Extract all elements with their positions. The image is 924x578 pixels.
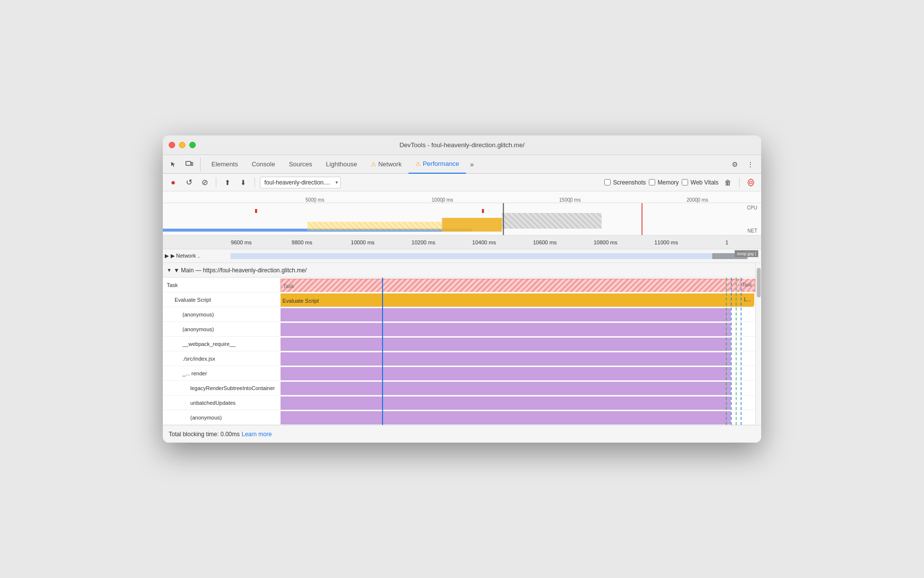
scrollbar-thumb[interactable] (757, 268, 761, 297)
time-10400: 10400 ms (454, 239, 514, 245)
flame-row-legacy[interactable]: legacyRenderSubtreeIntoContainer (163, 381, 755, 395)
tab-network[interactable]: ⚠ Network (364, 155, 409, 174)
flame-row-srcindex[interactable]: ./src/index.jsx (163, 351, 755, 366)
dashed-marker-blue-1 (731, 278, 732, 425)
flame-bar-col-unbatched (281, 395, 755, 410)
main-collapse-button[interactable]: ▼ (167, 267, 172, 273)
net-label: NET (747, 228, 757, 234)
svg-rect-7 (308, 222, 442, 231)
svg-rect-6 (482, 209, 484, 213)
learn-more-link[interactable]: Learn more (242, 431, 272, 438)
time-10000: 10000 ms (333, 239, 393, 245)
svg-rect-1 (191, 162, 193, 165)
render-bar (281, 367, 731, 380)
time-10200: 10200 ms (393, 239, 454, 245)
flame-row-render[interactable]: _... render (163, 366, 755, 381)
clear-button[interactable]: ⊘ (198, 176, 211, 189)
toolbar-separator-1 (216, 178, 216, 187)
time-9800: 9800 ms (272, 239, 333, 245)
svg-rect-14 (231, 253, 747, 259)
more-options-icon[interactable]: ⋮ (744, 158, 757, 171)
toolbar-separator-3 (739, 178, 740, 187)
flame-row-evaluate[interactable]: Evaluate Script Evaluate Script L... (163, 292, 755, 307)
delete-recording-button[interactable]: 🗑 (721, 176, 734, 189)
flame-label-render: _... render (163, 370, 281, 376)
traffic-lights (169, 142, 196, 148)
download-button[interactable]: ⬇ (237, 176, 250, 189)
tab-overflow-button[interactable]: » (466, 160, 478, 168)
blocking-time-text: Total blocking time: 0.00ms (169, 431, 240, 438)
time-9600: 9600 ms (211, 239, 272, 245)
vertical-scrollbar[interactable] (755, 263, 761, 425)
flame-row-anon-2[interactable]: (anonymous) (163, 322, 755, 337)
devtools-window: DevTools - foul-heavenly-direction.glitc… (163, 135, 761, 443)
memory-checkbox-label[interactable]: Memory (649, 179, 679, 186)
close-button[interactable] (169, 142, 175, 148)
flame-label-unbatched: unbatchedUpdates (163, 400, 281, 406)
task-bar: Task (281, 279, 755, 292)
dashed-marker-green-2 (736, 278, 737, 425)
settings-icon[interactable]: ⚙ (728, 158, 742, 171)
flame-bar-col-evaluate: Evaluate Script L... (281, 292, 755, 307)
flame-chart: Task Task Task Evaluate Script (163, 278, 755, 425)
toolbar: ● ↺ ⊘ ⬆ ⬇ foul-heavenly-direction.... Sc… (163, 174, 761, 191)
memory-checkbox[interactable] (649, 179, 655, 185)
task-bar-label: Task (283, 283, 294, 289)
screenshots-checkbox[interactable] (604, 179, 611, 185)
ruler-mark-20000: 20000 ms (634, 197, 761, 203)
reload-button[interactable]: ↺ (182, 176, 195, 189)
tab-console[interactable]: Console (245, 155, 282, 174)
network-warning-icon: ⚠ (371, 161, 376, 168)
svg-rect-9 (642, 203, 642, 236)
flame-row-webpack[interactable]: __webpack_require__ (163, 337, 755, 351)
screenshots-checkbox-label[interactable]: Screenshots (604, 179, 646, 186)
upload-button[interactable]: ⬆ (221, 176, 234, 189)
toolbar-separator-2 (255, 178, 255, 187)
flame-bar-col-webpack (281, 337, 755, 351)
device-icon[interactable] (182, 158, 196, 171)
webpack-bar (281, 338, 731, 351)
ruler-mark-5000: 5000 ms (251, 197, 379, 203)
flame-bar-col-anon-3 (281, 410, 755, 424)
content-area: ▼ ▼ Main — https://foul-heavenly-directi… (163, 263, 761, 425)
main-section-title: ▼ Main — https://foul-heavenly-direction… (174, 267, 307, 274)
maximize-button[interactable] (189, 142, 196, 148)
url-selector[interactable]: foul-heavenly-direction.... (260, 177, 341, 188)
time-marks: 9600 ms 9800 ms 10000 ms 10200 ms 10400 … (211, 239, 757, 245)
tab-list: Elements Console Sources Lighthouse ⚠ Ne… (205, 155, 724, 174)
window-title: DevTools - foul-heavenly-direction.glitc… (399, 141, 524, 149)
tab-elements[interactable]: Elements (205, 155, 245, 174)
flame-label-legacy: legacyRenderSubtreeIntoContainer (163, 385, 281, 391)
settings-gear-button[interactable] (744, 176, 757, 189)
anon-bar-3 (281, 411, 731, 424)
flame-row-anon-3[interactable]: (anonymous) (163, 410, 755, 425)
timeline-overview[interactable]: CPU NET (163, 203, 761, 236)
tab-lighthouse[interactable]: Lighthouse (319, 155, 364, 174)
flame-row-task[interactable]: Task Task Task (163, 278, 755, 292)
url-selector-wrapper: foul-heavenly-direction.... (260, 177, 341, 188)
time-10800: 10800 ms (575, 239, 636, 245)
time-10600: 10600 ms (514, 239, 575, 245)
network-label: ▶ ▶ Network .. (165, 253, 229, 259)
dashed-marker-green-1 (726, 278, 727, 425)
anon-bar-1 (281, 308, 731, 321)
flame-row-unbatched[interactable]: unbatchedUpdates (163, 395, 755, 410)
flame-row-anon-1[interactable]: (anonymous) (163, 307, 755, 322)
timeline-header[interactable]: 5000 ms 10000 ms 15000 ms 20000 ms (163, 191, 761, 236)
main-section-header: ▼ ▼ Main — https://foul-heavenly-directi… (163, 263, 755, 278)
webvitals-checkbox[interactable] (682, 179, 688, 185)
tab-performance[interactable]: ⚠ Performance (409, 155, 466, 174)
tab-actions: ⚙ ⋮ (728, 158, 757, 171)
timeline-ruler: 5000 ms 10000 ms 15000 ms 20000 ms (163, 191, 761, 203)
svg-rect-4 (502, 213, 601, 229)
minimize-button[interactable] (179, 142, 185, 148)
ruler-mark-10000: 10000 ms (379, 197, 506, 203)
unbatched-bar (281, 396, 731, 410)
webvitals-checkbox-label[interactable]: Web Vitals (682, 179, 719, 186)
time-range-bar: 9600 ms 9800 ms 10000 ms 10200 ms 10400 … (163, 236, 761, 249)
tab-sources[interactable]: Sources (282, 155, 319, 174)
dashed-marker-blue-2 (741, 278, 742, 425)
record-button[interactable]: ● (167, 176, 180, 189)
cursor-icon[interactable] (167, 158, 180, 171)
evaluate-bar-label: Evaluate Script (282, 298, 319, 304)
